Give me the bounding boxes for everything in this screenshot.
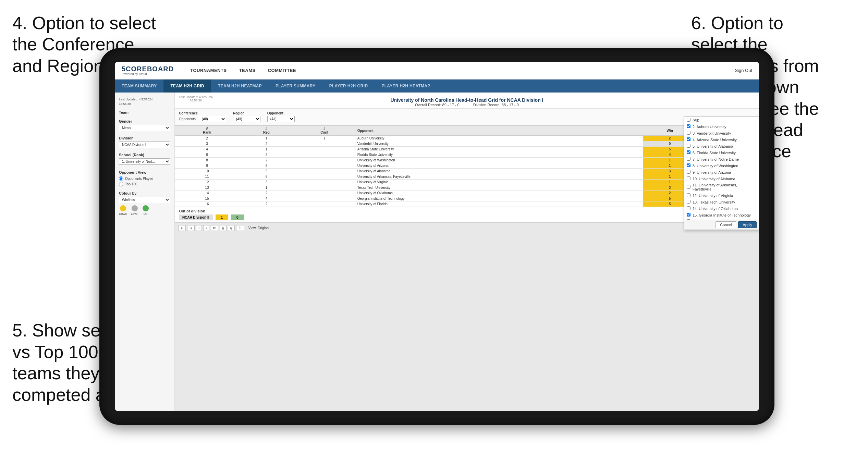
- dropdown-item[interactable]: 10. University of Alabama: [684, 175, 759, 182]
- cell-conf: [294, 191, 355, 196]
- dropdown-checkbox-input[interactable]: [687, 176, 690, 180]
- dropdown-checkbox-input[interactable]: [687, 193, 690, 197]
- cell-conf: [294, 158, 355, 163]
- sign-out-link[interactable]: Sign Out: [735, 68, 752, 73]
- sub-nav-team-summary[interactable]: TEAM SUMMARY: [115, 79, 163, 93]
- dropdown-item[interactable]: 12. University of Virginia: [684, 192, 759, 199]
- division-select[interactable]: NCAA Division I: [119, 142, 170, 148]
- dropdown-item-label: 7. University of Notre Dame: [693, 157, 739, 161]
- dropdown-checkbox-input[interactable]: [687, 206, 690, 210]
- nav-committee[interactable]: COMMITTEE: [262, 62, 303, 79]
- division-loss: 0: [231, 214, 244, 220]
- dropdown-checkbox: [687, 163, 691, 168]
- opponent-dropdown[interactable]: (All)2. Auburn University3. Vanderbilt U…: [684, 116, 759, 230]
- radio-opponents-played[interactable]: Opponents Played: [119, 176, 170, 181]
- view-label: View: Original: [248, 226, 270, 230]
- dropdown-checkbox-input[interactable]: [687, 144, 690, 148]
- cell-name: University of Washington: [355, 158, 643, 163]
- dropdown-checkbox-input[interactable]: [687, 131, 690, 135]
- conference-filter-label: Conference: [179, 111, 226, 115]
- dropdown-checkbox-input[interactable]: [687, 213, 690, 217]
- table-row: 14 2 University of Oklahoma 2 0: [175, 191, 759, 196]
- toolbar-clock[interactable]: ⏱: [236, 225, 244, 231]
- cell-conf: [294, 141, 355, 147]
- nav-items: TOURNAMENTS TEAMS COMMITTEE: [184, 62, 735, 79]
- dropdown-item[interactable]: 4. Arizona State University: [684, 136, 759, 143]
- grid-header: Last Updated: 4/12/2024 16:55:38 Univers…: [175, 93, 759, 109]
- dropdown-item[interactable]: 3. Vanderbilt University: [684, 130, 759, 136]
- app-header: 5COREBOARD Powered by Cloud TOURNAMENTS …: [115, 62, 759, 79]
- dropdown-item[interactable]: 11. University of Arkansas, Fayetteville: [684, 182, 759, 192]
- sub-nav-player-h2h-grid[interactable]: PLAYER H2H GRID: [322, 79, 375, 93]
- cell-conf: [294, 201, 355, 207]
- table-row: 4 1 Arizona State University 5 1: [175, 147, 759, 152]
- tablet-frame: 5COREBOARD Powered by Cloud TOURNAMENTS …: [99, 48, 774, 425]
- sub-nav-player-h2h-heatmap[interactable]: PLAYER H2H HEATMAP: [375, 79, 437, 93]
- out-of-division-label: Out of division: [179, 209, 755, 213]
- table-row: 9 3 University of Arizona 1 0: [175, 163, 759, 169]
- cell-rank: 10: [175, 169, 239, 174]
- gender-section: Gender Men's: [119, 119, 170, 131]
- dropdown-checkbox-input[interactable]: [687, 150, 690, 154]
- cell-conf: 1: [294, 136, 355, 141]
- sub-nav-player-summary[interactable]: PLAYER SUMMARY: [269, 79, 322, 93]
- dropdown-item[interactable]: 5. University of Alabama: [684, 143, 759, 149]
- nav-teams[interactable]: TEAMS: [233, 62, 262, 79]
- toolbar-copy[interactable]: ⎘: [220, 225, 227, 231]
- dropdown-checkbox-input[interactable]: [687, 118, 690, 122]
- dropdown-checkbox-input[interactable]: [687, 137, 690, 141]
- dropdown-item[interactable]: 14. University of Oklahoma: [684, 205, 759, 212]
- cell-reg: 4: [239, 196, 294, 201]
- gender-select[interactable]: Men's: [119, 125, 170, 131]
- school-select[interactable]: 1. University of Nort...: [119, 158, 170, 165]
- radio-top-100[interactable]: Top 100: [119, 182, 170, 186]
- cell-rank: 2: [175, 136, 239, 141]
- dropdown-item[interactable]: 7. University of Notre Dame: [684, 156, 759, 162]
- cell-rank: 13: [175, 185, 239, 191]
- dropdown-item-label: 10. University of Alabama: [693, 177, 735, 181]
- dropdown-item[interactable]: 9. University of Arizona: [684, 169, 759, 175]
- sub-nav-team-h2h-grid[interactable]: TEAM H2H GRID: [163, 79, 211, 93]
- legend-level: Level: [131, 205, 138, 216]
- toolbar-forward[interactable]: ›: [203, 225, 209, 231]
- dropdown-item[interactable]: 2. Auburn University: [684, 123, 759, 130]
- dropdown-checkbox: [687, 150, 691, 155]
- dropdown-checkbox: [687, 157, 691, 161]
- colour-section: Colour by Win/loss Down Level: [119, 191, 170, 216]
- opponent-select[interactable]: (All): [267, 116, 295, 122]
- dropdown-item-label: 13. Texas Tech University: [693, 200, 735, 204]
- dropdown-checkbox-input[interactable]: [687, 219, 690, 220]
- dropdown-checkbox-input[interactable]: [687, 124, 690, 128]
- dropdown-item[interactable]: (All): [684, 117, 759, 123]
- toolbar-undo[interactable]: ↩: [178, 225, 186, 231]
- cancel-button[interactable]: Cancel: [716, 221, 736, 228]
- dropdown-checkbox-input[interactable]: [687, 157, 690, 161]
- toolbar-back[interactable]: ‹: [196, 225, 202, 231]
- dropdown-checkbox-input[interactable]: [687, 163, 690, 167]
- grid-title: University of North Carolina Head-to-Hea…: [175, 97, 759, 103]
- cell-name: Georgia Institute of Technology: [355, 196, 643, 201]
- cell-name: Florida State University: [355, 152, 643, 158]
- dropdown-item[interactable]: 8. University of Washington: [684, 162, 759, 169]
- dropdown-item[interactable]: 6. Florida State University: [684, 149, 759, 156]
- toolbar-paste[interactable]: ⎗: [228, 225, 235, 231]
- dropdown-checkbox-input[interactable]: [687, 185, 690, 189]
- toolbar-refresh[interactable]: ⟳: [211, 225, 218, 231]
- region-select[interactable]: (All): [233, 116, 260, 122]
- nav-tournaments[interactable]: TOURNAMENTS: [184, 62, 233, 79]
- table-row: 8 2 University of Washington 1 0: [175, 158, 759, 163]
- colour-select[interactable]: Win/loss: [119, 197, 170, 203]
- school-section: School (Rank) 1. University of Nort...: [119, 153, 170, 165]
- dropdown-item-label: 4. Arizona State University: [693, 138, 737, 142]
- dropdown-checkbox-input[interactable]: [687, 200, 690, 204]
- dropdown-item[interactable]: 15. Georgia Institute of Technology: [684, 212, 759, 218]
- sub-nav-team-h2h-heatmap[interactable]: TEAM H2H HEATMAP: [211, 79, 269, 93]
- conference-select[interactable]: (All): [199, 116, 226, 122]
- dropdown-item[interactable]: 13. Texas Tech University: [684, 199, 759, 205]
- legend-down: Down: [119, 205, 127, 216]
- cell-name: University of Alabama: [355, 169, 643, 174]
- toolbar-redo[interactable]: ↪: [187, 225, 195, 231]
- cell-conf: [294, 147, 355, 152]
- dropdown-checkbox-input[interactable]: [687, 170, 690, 174]
- apply-button[interactable]: Apply: [738, 221, 757, 228]
